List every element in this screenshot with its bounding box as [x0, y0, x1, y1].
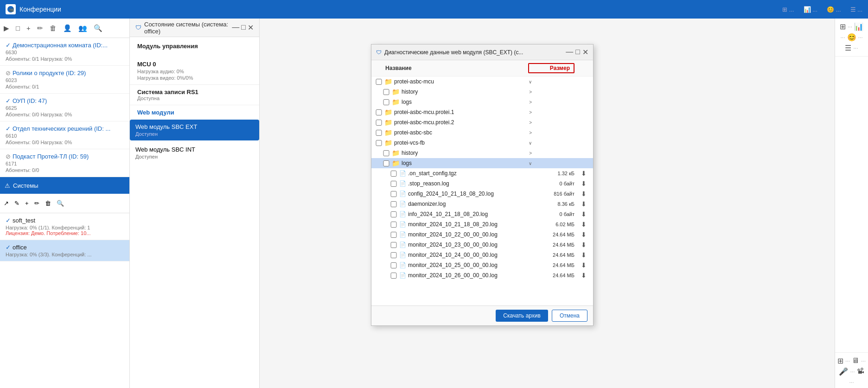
- top-right-icon-2[interactable]: 📊 ...: [804, 6, 817, 13]
- download-icon[interactable]: ⬇: [578, 170, 589, 177]
- row-checkbox[interactable]: [383, 160, 390, 166]
- top-right-icon-4[interactable]: ☰ ...: [850, 6, 862, 13]
- users-icon[interactable]: 👥: [78, 24, 87, 32]
- row-checkbox[interactable]: [390, 201, 397, 207]
- tree-file-monitor-1023[interactable]: 📄 monitor_2024_10_23_00_00_00.log 24.64 …: [371, 240, 593, 250]
- row-checkbox[interactable]: [390, 252, 397, 258]
- delete-icon[interactable]: 🗑: [50, 24, 57, 32]
- download-icon[interactable]: ⬇: [578, 190, 589, 197]
- tree-file-monitor-1021[interactable]: 📄 monitor_2024_10_21_18_08_20.log 6.02 М…: [371, 219, 593, 229]
- download-icon[interactable]: ⬇: [578, 251, 589, 259]
- cancel-button[interactable]: Отмена: [552, 310, 587, 322]
- maximize-btn[interactable]: □: [241, 23, 246, 32]
- row-checkbox[interactable]: [383, 89, 390, 95]
- sys-add-icon[interactable]: ↗: [4, 200, 9, 207]
- row-checkbox[interactable]: [390, 211, 397, 217]
- tree-folder-protei-asbc-mcu[interactable]: 📁 protei-asbc-mcu ∨: [371, 76, 593, 87]
- tree-folder-history-1[interactable]: 📁 history >: [371, 87, 593, 97]
- tree-folder-protei-asbc-mcu-protei-1[interactable]: 📁 protei-asbc-mcu.protei.1 >: [371, 107, 593, 117]
- download-icon[interactable]: ⬇: [578, 241, 589, 248]
- rb-icon-3[interactable]: 🎤: [839, 367, 848, 376]
- play-icon[interactable]: ▶: [4, 24, 9, 32]
- top-right-icon-1[interactable]: ⊞ ...: [782, 6, 794, 13]
- add-icon[interactable]: +: [26, 24, 31, 32]
- tree-folder-logs-2[interactable]: 📁 logs ∨: [371, 158, 593, 168]
- top-right-icon-3[interactable]: 😊 ...: [827, 6, 841, 13]
- download-icon[interactable]: ⬇: [578, 180, 589, 187]
- tree-folder-protei-vcs-fb[interactable]: 📁 protei-vcs-fb ∨: [371, 138, 593, 148]
- stop-icon[interactable]: □: [16, 24, 20, 32]
- tree-file-monitor-1024[interactable]: 📄 monitor_2024_10_24_00_00_00.log 24.64 …: [371, 250, 593, 260]
- download-icon[interactable]: ⬇: [578, 261, 589, 269]
- edit-icon[interactable]: ✏: [37, 24, 43, 32]
- tree-file-daemonizer[interactable]: 📄 daemonizer.log 8.36 кБ ⬇: [371, 199, 593, 209]
- row-checkbox[interactable]: [390, 273, 397, 279]
- row-checkbox[interactable]: [383, 99, 390, 105]
- rt-icon-4[interactable]: ☰: [845, 44, 851, 52]
- minimize-btn[interactable]: —: [232, 23, 239, 32]
- download-icon[interactable]: ⬇: [578, 231, 589, 238]
- rb-icon-2[interactable]: 🖥: [852, 356, 859, 365]
- system-item-softtest[interactable]: ✓ soft_test Нагрузка: 0% (1/1). Конферен…: [0, 213, 129, 240]
- tree-folder-protei-asbc-sbc[interactable]: 📁 protei-asbc-sbc >: [371, 127, 593, 138]
- system-state-panel: 🛡 Состояние системы (система: office) — …: [130, 19, 260, 388]
- web-module-sbc-ext[interactable]: Web модуль SBC EXT Доступен: [130, 120, 259, 140]
- sys-plus-icon[interactable]: +: [25, 200, 29, 207]
- sys-pencil-icon[interactable]: ✏: [34, 200, 39, 207]
- tree-folder-history-2[interactable]: 📁 history >: [371, 148, 593, 158]
- file-tree-header: Название Размер: [371, 60, 593, 76]
- tree-file-stop-reason[interactable]: 📄 .stop_reason.log 0 байт ⬇: [371, 178, 593, 189]
- diag-close-btn[interactable]: ✕: [582, 48, 588, 57]
- room-item[interactable]: ✓ Демонстрационная комната (ID:... 6630 …: [0, 38, 129, 66]
- tree-file-monitor-1026[interactable]: 📄 monitor_2024_10_26_00_00_00.log 24.64 …: [371, 270, 593, 280]
- row-checkbox[interactable]: [390, 232, 397, 238]
- rb-icon-1[interactable]: ⊞: [837, 356, 843, 365]
- row-checkbox[interactable]: [390, 222, 397, 228]
- download-icon[interactable]: ⬇: [578, 221, 589, 228]
- tree-file-info-2024[interactable]: 📄 info_2024_10_21_18_08_20.log 0 байт ⬇: [371, 209, 593, 219]
- download-archive-button[interactable]: Скачать архив: [496, 310, 548, 322]
- download-icon[interactable]: ⬇: [578, 200, 589, 208]
- diag-minimize-btn[interactable]: —: [566, 48, 573, 57]
- rt-icon-2[interactable]: 📊: [854, 22, 863, 31]
- tree-folder-logs-1[interactable]: 📁 logs >: [371, 97, 593, 107]
- row-checkbox[interactable]: [383, 150, 390, 156]
- download-icon[interactable]: ⬇: [578, 272, 589, 279]
- rt-icon-1[interactable]: ⊞: [840, 22, 846, 31]
- tree-file-monitor-1025[interactable]: 📄 monitor_2024_10_25_00_00_00.log 24.64 …: [371, 260, 593, 270]
- row-checkbox[interactable]: [390, 171, 397, 177]
- tree-file-monitor-1022[interactable]: 📄 monitor_2024_10_22_00_00_00.log 24.64 …: [371, 229, 593, 240]
- room-item[interactable]: ⊘ Подкаст Протей-ТЛ (ID: 59) 6171 Абонен…: [0, 149, 129, 177]
- tree-folder-protei-asbc-mcu-protei-2[interactable]: 📁 protei-asbc-mcu.protei.2 >: [371, 117, 593, 127]
- row-checkbox[interactable]: [390, 191, 397, 197]
- rt-icon-3[interactable]: 😊: [847, 33, 856, 42]
- row-checkbox[interactable]: [390, 262, 397, 268]
- close-btn[interactable]: ✕: [248, 23, 254, 32]
- col-size-header: Размер: [528, 63, 574, 73]
- diag-maximize-btn[interactable]: □: [575, 48, 580, 57]
- room-item[interactable]: ✓ Отдел технических решений (ID: ... 661…: [0, 121, 129, 149]
- row-checkbox[interactable]: [375, 79, 383, 85]
- tree-file-on-start-config[interactable]: 📄 .on_start_config.tgz 1.32 кБ ⬇: [371, 168, 593, 178]
- search-icon[interactable]: 🔍: [94, 24, 102, 32]
- row-checkbox[interactable]: [390, 242, 397, 248]
- row-checkbox[interactable]: [375, 120, 383, 126]
- rb-icon-4[interactable]: 📽: [857, 367, 864, 376]
- download-icon[interactable]: ⬇: [578, 210, 589, 218]
- row-checkbox[interactable]: [375, 140, 383, 146]
- sys-edit2-icon[interactable]: ✎: [14, 200, 19, 207]
- sys-search-icon[interactable]: 🔍: [57, 200, 64, 207]
- chevron-icon: ∨: [529, 79, 532, 84]
- web-module-sbc-int[interactable]: Web модуль SBC INT Доступен: [130, 142, 259, 163]
- user-icon[interactable]: 👤: [63, 24, 72, 32]
- system-item-office[interactable]: ✓ office Нагрузка: 0% (3/3). Конференций…: [0, 240, 129, 261]
- row-checkbox[interactable]: [375, 130, 383, 136]
- row-checkbox[interactable]: [375, 109, 383, 115]
- chevron-icon: >: [529, 151, 532, 156]
- room-item[interactable]: ✓ ОУП (ID: 47) 6625 Абоненты: 0/0 Нагруз…: [0, 94, 129, 121]
- tree-file-config-2024[interactable]: 📄 config_2024_10_21_18_08_20.log 816 бай…: [371, 189, 593, 199]
- room-item[interactable]: ⊘ Ролики о продукте (ID: 29) 6023 Абонен…: [0, 66, 129, 94]
- sys-trash-icon[interactable]: 🗑: [45, 200, 51, 207]
- row-checkbox[interactable]: [390, 181, 397, 187]
- folder-icon: 📁: [392, 98, 400, 106]
